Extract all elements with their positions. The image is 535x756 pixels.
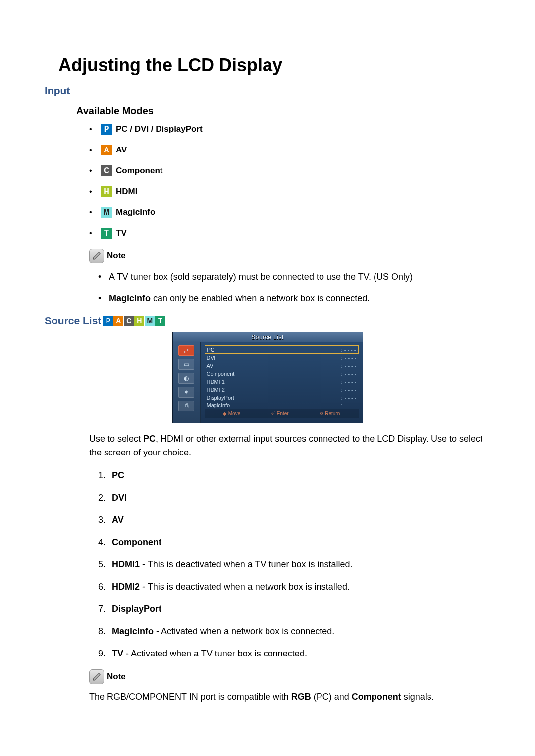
note-text: A TV tuner box (sold separately) must be… xyxy=(109,272,413,282)
osd-row-name: DVI xyxy=(207,355,215,361)
mode-chip-c: C xyxy=(124,316,134,326)
note-block: Note xyxy=(89,249,490,263)
mode-label: Component xyxy=(116,166,162,176)
note-item: A TV tuner box (sold separately) must be… xyxy=(98,270,490,284)
note-label: Note xyxy=(107,251,126,261)
mode-chip-h: H xyxy=(101,186,112,197)
mode-chip-t: T xyxy=(155,316,165,326)
mode-item: HHDMI xyxy=(89,186,490,197)
li-bold: AV xyxy=(112,515,124,525)
osd-row: Component:- - - - xyxy=(205,370,359,378)
osd-title: Source List xyxy=(173,332,363,342)
osd-panel: Source List ⇄ ▭ ◐ ✶ ⎙ PC:- - - - DVI:- -… xyxy=(172,332,363,423)
osd-row-name: Component xyxy=(207,371,235,377)
osd-row: MagicInfo:- - - - xyxy=(205,402,359,409)
osd-tab-icon: ▭ xyxy=(178,359,194,370)
list-item: Component xyxy=(98,536,490,549)
note-icon xyxy=(89,249,104,263)
osd-row: AV:- - - - xyxy=(205,362,359,370)
osd-hint-return: ↺ Return xyxy=(320,411,340,416)
osd-row: HDMI 1:- - - - xyxy=(205,378,359,386)
osd-sidebar: ⇄ ▭ ◐ ✶ ⎙ xyxy=(173,342,201,423)
mode-label: TV xyxy=(116,228,127,238)
osd-body: ⇄ ▭ ◐ ✶ ⎙ PC:- - - - DVI:- - - - AV:- - … xyxy=(173,342,363,423)
mode-item: AAV xyxy=(89,145,490,155)
note-item: MagicInfo can only be enabled when a net… xyxy=(98,292,490,305)
li-text: - Activated when a network box is connec… xyxy=(154,626,334,636)
osd-screenshot: Source List ⇄ ▭ ◐ ✶ ⎙ PC:- - - - DVI:- -… xyxy=(45,332,490,423)
osd-row-val: - - - - xyxy=(344,347,356,353)
osd-row: DVI:- - - - xyxy=(205,354,359,362)
rule-bottom xyxy=(45,731,490,731)
note-list-1: A TV tuner box (sold separately) must be… xyxy=(98,270,490,305)
osd-tab-icon: ⎙ xyxy=(178,401,194,411)
list-item: HDMI2 - This is deactivated when a netwo… xyxy=(98,580,490,594)
li-bold: HDMI1 xyxy=(112,559,140,569)
page-title: Adjusting the LCD Display xyxy=(58,55,490,76)
li-bold: Component xyxy=(112,537,161,547)
source-list-heading: Source List xyxy=(45,315,101,327)
text-bold: Component xyxy=(352,692,401,702)
li-bold: MagicInfo xyxy=(112,626,154,636)
osd-row-val: - - - - xyxy=(345,379,357,385)
mode-chip-a: A xyxy=(113,316,123,326)
mode-item: TTV xyxy=(89,228,490,239)
source-numbered-list: PC DVI AV Component HDMI1 - This is deac… xyxy=(98,469,490,660)
available-modes-heading: Available Modes xyxy=(76,105,490,117)
osd-hint-enter: ⏎ Enter xyxy=(271,411,289,416)
osd-row-name: HDMI 1 xyxy=(207,379,225,385)
osd-row: HDMI 2:- - - - xyxy=(205,386,359,394)
osd-row-val: - - - - xyxy=(345,355,357,361)
osd-footer: ◆ Move ⏎ Enter ↺ Return xyxy=(205,409,359,418)
osd-row-name: HDMI 2 xyxy=(207,387,225,393)
osd-row: PC:- - - - xyxy=(205,345,359,354)
source-list-chips: P A C H M T xyxy=(103,316,165,326)
li-bold: TV xyxy=(112,649,123,658)
text: signals. xyxy=(401,692,434,702)
list-item: DVI xyxy=(98,491,490,504)
li-bold: DisplayPort xyxy=(112,604,161,614)
document-page: Adjusting the LCD Display Input Availabl… xyxy=(0,0,535,704)
osd-row-val: - - - - xyxy=(345,403,357,408)
mode-label: PC / DVI / DisplayPort xyxy=(116,124,203,134)
osd-row-val: - - - - xyxy=(345,363,357,369)
mode-label: HDMI xyxy=(116,187,137,197)
note-block-2: Note xyxy=(89,669,490,684)
text: The RGB/COMPONENT IN port is compatible … xyxy=(89,692,291,702)
osd-row: DisplayPort:- - - - xyxy=(205,394,359,402)
list-item: DisplayPort xyxy=(98,603,490,616)
osd-hint-move: ◆ Move xyxy=(223,411,240,416)
mode-item: PPC / DVI / DisplayPort xyxy=(89,124,490,135)
li-bold: DVI xyxy=(112,493,127,503)
osd-row-name: MagicInfo xyxy=(207,403,230,408)
osd-tab-icon: ◐ xyxy=(178,373,194,384)
mode-chip-m: M xyxy=(101,207,112,218)
text-bold: PC xyxy=(143,434,156,444)
osd-row-name: PC xyxy=(207,347,214,353)
mode-item: MMagicInfo xyxy=(89,207,490,218)
available-modes-list: PPC / DVI / DisplayPort AAV CComponent H… xyxy=(89,124,490,239)
rule-top xyxy=(45,35,490,35)
note-text: can only be enabled when a network box i… xyxy=(151,293,370,303)
osd-row-name: AV xyxy=(207,363,214,369)
source-description: Use to select PC, HDMI or other external… xyxy=(89,432,490,460)
osd-tab-icon: ⇄ xyxy=(178,345,194,356)
list-item: MagicInfo - Activated when a network box… xyxy=(98,625,490,638)
osd-row-name: DisplayPort xyxy=(207,395,234,401)
note-bold: MagicInfo xyxy=(109,293,151,303)
list-item: PC xyxy=(98,469,490,482)
note-label: Note xyxy=(107,672,126,682)
mode-chip-p: P xyxy=(103,316,113,326)
osd-menu: PC:- - - - DVI:- - - - AV:- - - - Compon… xyxy=(201,342,363,423)
mode-chip-m: M xyxy=(145,316,155,326)
osd-row-val: - - - - xyxy=(345,371,357,377)
osd-row-val: - - - - xyxy=(345,395,357,401)
list-item: AV xyxy=(98,513,490,527)
note-icon xyxy=(89,669,104,684)
mode-label: MagicInfo xyxy=(116,207,155,217)
osd-row-val: - - - - xyxy=(345,387,357,393)
mode-chip-h: H xyxy=(134,316,144,326)
li-text: - Activated when a TV tuner box is conne… xyxy=(123,649,307,658)
text: Use to select xyxy=(89,434,143,444)
source-list-heading-row: Source List P A C H M T xyxy=(45,315,490,327)
